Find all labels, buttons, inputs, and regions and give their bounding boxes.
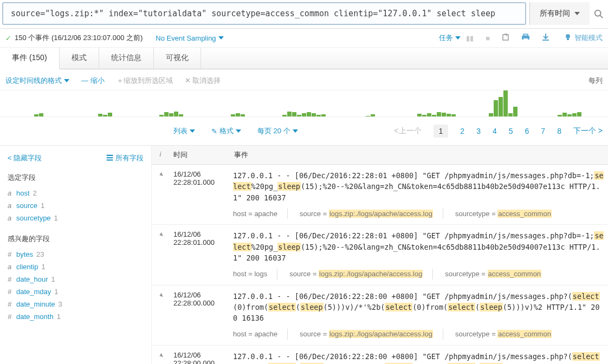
list-view-dropdown[interactable]: 列表 xyxy=(173,126,195,136)
field-date_month[interactable]: #date_month1 xyxy=(8,310,144,323)
timeline-controls: 设定时间线的格式 — 缩小 ＋缩放到所选区域 ✕ 取消选择 每列 xyxy=(0,69,608,90)
field-type: a xyxy=(8,214,16,222)
field-sourcetype[interactable]: asourcetype1 xyxy=(8,212,144,224)
field-host[interactable]: ahost2 xyxy=(8,187,144,199)
event-row: ▸16/12/0622:28:00.000127.0.0.1 - - [06/D… xyxy=(152,285,608,346)
field-date_hour[interactable]: #date_hour1 xyxy=(8,273,144,285)
event-raw[interactable]: 127.0.0.1 - - [06/Dec/2016:22:28:00 +080… xyxy=(230,285,608,345)
field-type: a xyxy=(8,263,16,271)
field-name: source xyxy=(16,202,37,210)
main-content: < 隐藏字段 ☰ 所有字段 选定字段 ahost2asource1asource… xyxy=(0,146,608,364)
list-controls: 列表 ✎ 格式 每页 20 个 <上一个 12345678下一个 > xyxy=(0,117,608,146)
pager-next[interactable]: 下一个 > xyxy=(573,126,603,136)
selected-fields-title: 选定字段 xyxy=(8,173,144,183)
pager-prev: <上一个 xyxy=(394,126,421,136)
hide-fields[interactable]: < 隐藏字段 xyxy=(8,153,42,163)
field-type: # xyxy=(8,313,16,321)
pause-icon[interactable]: ▮▮ xyxy=(466,34,474,42)
format-dropdown[interactable]: ✎ 格式 xyxy=(211,126,241,136)
event-time: 16/12/0622:28:00.000 xyxy=(169,285,230,345)
field-date_minute[interactable]: #date_minute3 xyxy=(8,298,144,310)
chevron-down-icon xyxy=(64,78,69,83)
event-time: 16/12/0622:28:00.000 xyxy=(169,346,230,364)
field-count: 1 xyxy=(54,214,58,222)
field-type: # xyxy=(8,275,16,283)
events-table: i 时间 事件 ▸16/12/0622:28:01.000127.0.0.1 -… xyxy=(152,146,608,364)
event-row: ▸16/12/0622:28:01.000127.0.0.1 - - [06/D… xyxy=(152,225,608,285)
field-clientip[interactable]: aclientip1 xyxy=(8,261,144,273)
event-raw[interactable]: 127.0.0.1 - - [06/Dec/2016:22:28:00 +080… xyxy=(230,346,608,364)
field-name: sourcetype xyxy=(16,214,51,222)
smart-mode-label: 智能模式 xyxy=(574,33,603,43)
page-8[interactable]: 8 xyxy=(557,127,561,135)
field-count: 1 xyxy=(57,313,61,321)
field-count: 3 xyxy=(59,300,62,308)
list-icon: ☰ xyxy=(106,154,115,162)
event-raw[interactable]: 127.0.0.1 - - [06/Dec/2016:22:28:01 +080… xyxy=(230,165,608,224)
bulb-icon xyxy=(565,34,571,43)
page-1[interactable]: 1 xyxy=(434,125,449,138)
smart-mode[interactable]: 智能模式 xyxy=(565,33,603,43)
event-meta: host = logssource = logs.zip:./logs/apac… xyxy=(233,269,604,280)
time-range-label: 所有时间 xyxy=(540,9,570,18)
header-info-icon: i xyxy=(152,146,169,164)
interesting-fields-title: 感兴趣的字段 xyxy=(8,234,144,244)
check-icon: ✓ xyxy=(5,34,11,42)
timeline-chart[interactable] xyxy=(0,90,608,117)
header-time[interactable]: 时间 xyxy=(169,146,230,164)
tab-events[interactable]: 事件 (150) xyxy=(0,48,60,69)
field-count: 23 xyxy=(36,250,44,258)
expand-row[interactable]: ▸ xyxy=(152,346,169,364)
timeline-format[interactable]: 设定时间线的格式 xyxy=(5,76,69,86)
expand-row[interactable]: ▸ xyxy=(152,285,169,345)
tasks-dropdown[interactable]: 任务 xyxy=(439,33,461,43)
tab-patterns[interactable]: 模式 xyxy=(60,48,99,69)
svg-rect-7 xyxy=(567,38,569,40)
search-icon[interactable] xyxy=(590,0,608,28)
all-fields[interactable]: ☰ 所有字段 xyxy=(106,153,144,163)
chevron-down-icon xyxy=(455,35,461,41)
header-event[interactable]: 事件 xyxy=(230,146,608,164)
time-range-picker[interactable]: 所有时间 xyxy=(529,2,590,25)
fields-sidebar: < 隐藏字段 ☰ 所有字段 选定字段 ahost2asource1asource… xyxy=(0,146,152,364)
tab-visualization[interactable]: 可视化 xyxy=(154,48,201,69)
event-count: 150 个事件 (16/12/06 23:10:07.000 之前) xyxy=(15,33,143,43)
per-page-dropdown[interactable]: 每页 20 个 xyxy=(257,126,298,136)
field-source[interactable]: asource1 xyxy=(8,199,144,212)
field-name: date_hour xyxy=(16,275,48,283)
zoom-out[interactable]: — 缩小 xyxy=(81,76,105,86)
page-7[interactable]: 7 xyxy=(541,127,545,135)
field-bytes[interactable]: #bytes23 xyxy=(8,248,144,261)
print-icon[interactable] xyxy=(521,34,530,43)
sampling-dropdown[interactable]: No Event Sampling xyxy=(156,34,223,42)
share-icon[interactable] xyxy=(502,34,509,43)
field-date_mday[interactable]: #date_mday1 xyxy=(8,285,144,298)
search-input[interactable]: source="logs.zip:*" index="tutorialdata"… xyxy=(2,2,526,25)
svg-rect-5 xyxy=(523,38,528,41)
chevron-down-icon xyxy=(574,11,580,16)
pager: <上一个 12345678下一个 > xyxy=(394,125,603,138)
page-3[interactable]: 3 xyxy=(476,127,481,135)
page-2[interactable]: 2 xyxy=(460,127,464,135)
svg-point-0 xyxy=(595,10,601,16)
page-5[interactable]: 5 xyxy=(509,127,513,135)
tasks-label: 任务 xyxy=(439,33,453,43)
field-count: 1 xyxy=(51,275,55,283)
download-icon[interactable] xyxy=(542,34,549,43)
event-time: 16/12/0622:28:01.000 xyxy=(169,225,230,284)
page-4[interactable]: 4 xyxy=(493,127,497,135)
chevron-down-icon xyxy=(218,35,224,41)
page-6[interactable]: 6 xyxy=(525,127,529,135)
expand-row[interactable]: ▸ xyxy=(152,165,169,224)
field-type: # xyxy=(8,288,16,296)
field-count: 2 xyxy=(33,189,37,197)
stop-icon[interactable]: ■ xyxy=(486,34,490,42)
status-bar: ✓ 150 个事件 (16/12/06 23:10:07.000 之前) No … xyxy=(0,29,608,48)
event-meta: host = apachesource = logs.zip:./logs/ap… xyxy=(233,209,604,219)
svg-rect-4 xyxy=(523,34,528,36)
event-raw[interactable]: 127.0.0.1 - - [06/Dec/2016:22:28:01 +080… xyxy=(230,225,608,284)
expand-row[interactable]: ▸ xyxy=(152,225,169,284)
field-type: # xyxy=(8,250,16,258)
pencil-icon: ✎ xyxy=(211,127,217,135)
tab-statistics[interactable]: 统计信息 xyxy=(99,48,154,69)
